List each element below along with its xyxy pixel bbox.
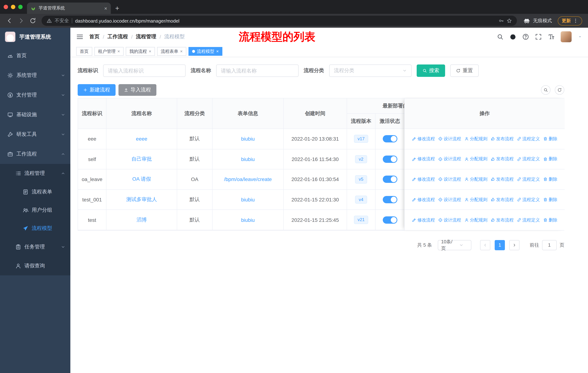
maximize-window-button[interactable] [18, 5, 23, 9]
search-button[interactable]: 搜索 [417, 64, 445, 77]
active-toggle[interactable] [383, 156, 397, 163]
action-definition[interactable]: 流程定义 [517, 176, 540, 182]
show-search-toggle-button[interactable] [541, 85, 550, 95]
form-link[interactable]: /bpm/oa/leave/create [224, 176, 272, 182]
tag-首页[interactable]: 首页 [76, 47, 92, 56]
action-publish[interactable]: 发布流程 [491, 217, 514, 223]
action-design[interactable]: 设计流程 [438, 156, 461, 162]
sidebar-item-process-form[interactable]: 流程表单 [0, 183, 70, 201]
sidebar-item-workflow[interactable]: 工作流程 [0, 144, 70, 164]
action-assign-rule[interactable]: 分配规则 [464, 217, 487, 223]
sidebar-item-task-manage[interactable]: 任务管理 [0, 238, 70, 256]
active-toggle[interactable] [383, 135, 397, 143]
prev-page-button[interactable] [480, 240, 490, 250]
security-warning-icon[interactable] [47, 18, 52, 23]
create-process-button[interactable]: 新建流程 [78, 84, 116, 96]
action-publish[interactable]: 发布流程 [491, 197, 514, 203]
form-link[interactable]: biubiu [241, 217, 255, 223]
browser-tab[interactable]: 芋道管理系统 × [27, 2, 111, 14]
page-size-select[interactable]: 10条/页 [438, 240, 471, 250]
goto-page-input[interactable] [542, 240, 557, 250]
action-design[interactable]: 设计流程 [438, 197, 461, 203]
security-label[interactable]: 不安全 [55, 18, 69, 24]
tag-流程表单[interactable]: 流程表单× [157, 47, 186, 56]
sidebar-item-process-model[interactable]: 流程模型 [0, 219, 70, 238]
new-tab-button[interactable]: + [115, 5, 119, 12]
sidebar-item-payment[interactable]: 支付管理 [0, 85, 70, 105]
action-definition[interactable]: 流程定义 [517, 156, 540, 162]
close-window-button[interactable] [4, 5, 8, 9]
active-toggle[interactable] [383, 196, 397, 203]
avatar-caret-icon[interactable] [578, 35, 582, 39]
action-design[interactable]: 设计流程 [438, 136, 461, 142]
import-process-button[interactable]: 导入流程 [118, 84, 156, 96]
process-name-link[interactable]: 自己审批 [131, 156, 152, 162]
action-modify[interactable]: 修改流程 [412, 197, 435, 203]
breadcrumb-item[interactable]: 工作流程 [107, 33, 128, 40]
action-design[interactable]: 设计流程 [438, 217, 461, 223]
minimize-window-button[interactable] [11, 5, 15, 9]
reset-button[interactable]: 重置 [450, 64, 479, 77]
forward-icon[interactable] [18, 18, 24, 24]
tag-close-icon[interactable]: × [149, 49, 151, 53]
process-name-link[interactable]: 滔博 [136, 217, 147, 222]
refresh-table-button[interactable] [555, 85, 564, 95]
action-definition[interactable]: 流程定义 [517, 197, 540, 203]
font-size-icon[interactable] [548, 33, 555, 40]
process-name-link[interactable]: 测试多审批人 [126, 196, 157, 202]
form-link[interactable]: biubiu [241, 136, 255, 142]
action-publish[interactable]: 发布流程 [491, 176, 514, 182]
next-page-button[interactable] [509, 240, 519, 250]
bookmark-star-icon[interactable] [507, 18, 512, 23]
sidebar-item-infra[interactable]: 基础设施 [0, 105, 70, 125]
action-modify[interactable]: 修改流程 [412, 176, 435, 182]
action-publish[interactable]: 发布流程 [491, 156, 514, 162]
action-delete[interactable]: 删除 [543, 136, 557, 142]
sidebar-item-system[interactable]: 系统管理 [0, 66, 70, 85]
process-name-input-wrap[interactable] [216, 64, 299, 77]
address-bar[interactable]: 不安全 dashboard.yudao.iocoder.cn/bpm/manag… [42, 16, 517, 26]
update-button[interactable]: 更新 [558, 16, 582, 25]
tag-我的流程[interactable]: 我的流程× [126, 47, 155, 56]
breadcrumb-item[interactable]: 流程管理 [136, 33, 156, 40]
process-key-input[interactable] [108, 68, 181, 74]
breadcrumb-item[interactable]: 首页 [89, 33, 100, 40]
action-assign-rule[interactable]: 分配规则 [464, 136, 487, 142]
help-icon[interactable] [522, 33, 529, 40]
sidebar-item-devtools[interactable]: 研发工具 [0, 125, 70, 144]
sidebar-item-home[interactable]: 首页 [0, 46, 70, 66]
tag-租户管理[interactable]: 租户管理× [94, 47, 124, 56]
process-name-link[interactable]: eeee [136, 136, 147, 142]
action-delete[interactable]: 删除 [543, 197, 557, 203]
action-delete[interactable]: 删除 [543, 217, 557, 223]
action-modify[interactable]: 修改流程 [412, 156, 435, 162]
tag-close-icon[interactable]: × [180, 49, 183, 53]
active-toggle[interactable] [383, 216, 397, 223]
tag-close-icon[interactable]: × [117, 49, 120, 53]
action-delete[interactable]: 删除 [543, 156, 557, 162]
category-select[interactable]: 流程分类 [329, 64, 411, 77]
hamburger-icon[interactable] [76, 33, 84, 40]
sidebar-item-user-group[interactable]: 用户分组 [0, 201, 70, 219]
action-definition[interactable]: 流程定义 [517, 217, 540, 223]
action-modify[interactable]: 修改流程 [412, 217, 435, 223]
action-delete[interactable]: 删除 [543, 176, 557, 182]
back-icon[interactable] [6, 18, 13, 24]
browser-menu-icon[interactable] [573, 18, 578, 23]
action-publish[interactable]: 发布流程 [491, 136, 514, 142]
tag-流程模型[interactable]: 流程模型× [189, 47, 222, 56]
password-key-icon[interactable] [499, 18, 504, 23]
fullscreen-icon[interactable] [535, 33, 542, 40]
search-icon[interactable] [497, 33, 504, 40]
github-icon[interactable] [510, 33, 516, 40]
active-toggle[interactable] [383, 176, 397, 183]
action-design[interactable]: 设计流程 [438, 176, 461, 182]
reload-icon[interactable] [30, 18, 36, 24]
sidebar-item-process-manage[interactable]: 流程管理 [0, 164, 70, 183]
page-number-button[interactable]: 1 [495, 240, 505, 250]
action-assign-rule[interactable]: 分配规则 [464, 197, 487, 203]
user-avatar[interactable] [561, 31, 572, 42]
action-modify[interactable]: 修改流程 [412, 136, 435, 142]
tag-close-icon[interactable]: × [216, 49, 219, 53]
process-name-input[interactable] [221, 68, 294, 74]
